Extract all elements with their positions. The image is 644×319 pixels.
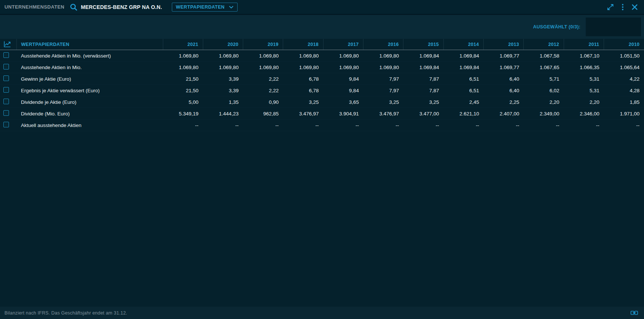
cell-value: 2.346,00 xyxy=(564,108,604,120)
row-checkbox[interactable] xyxy=(3,87,9,93)
expand-icon[interactable] xyxy=(607,3,614,11)
row-checkbox[interactable] xyxy=(3,122,9,127)
column-header-year[interactable]: 2014 xyxy=(443,39,483,50)
cell-value: 1.069,80 xyxy=(323,50,363,62)
cell-value: 6,78 xyxy=(283,85,323,96)
selection-toolbar: AUSGEWÄHLT (0/3): xyxy=(0,15,644,39)
row-label: Aktuell ausstehende Aktien xyxy=(16,120,163,131)
cell-value: 6,40 xyxy=(484,73,524,85)
cell-value: -- xyxy=(604,120,644,131)
cell-value: 3.904,91 xyxy=(323,108,363,120)
cell-value: 1.069,80 xyxy=(163,62,203,73)
selected-securities-slot xyxy=(586,18,641,36)
column-header-wertpapierdaten: WERTPAPIERDATEN xyxy=(16,39,163,50)
cell-value: -- xyxy=(403,120,443,131)
dataset-dropdown[interactable]: WERTPAPIERDATEN xyxy=(172,3,238,12)
cell-value: 6,51 xyxy=(443,85,483,96)
row-checkbox[interactable] xyxy=(3,99,9,104)
footer-bar: Bilanziert nach IFRS. Das Geschäftsjahr … xyxy=(0,307,644,319)
security-search-value[interactable]: MERCEDES-BENZ GRP NA O.N. xyxy=(81,4,162,10)
table-row: Dividende je Aktie (Euro)5,001,350,903,2… xyxy=(0,96,644,108)
cell-value: 1,85 xyxy=(604,96,644,108)
cell-value: -- xyxy=(283,120,323,131)
cell-value: 9,84 xyxy=(323,73,363,85)
cell-value: 6,40 xyxy=(484,85,524,96)
cell-value: 1.069,77 xyxy=(484,62,524,73)
cell-value: 3,25 xyxy=(363,96,403,108)
link-icon[interactable] xyxy=(631,310,638,315)
cell-value: 7,87 xyxy=(403,85,443,96)
column-header-year[interactable]: 2011 xyxy=(564,39,604,50)
cell-value: 1.069,80 xyxy=(203,62,243,73)
cell-value: 1.069,80 xyxy=(323,62,363,73)
column-header-year[interactable]: 2012 xyxy=(524,39,564,50)
cell-value: 1.444,23 xyxy=(203,108,243,120)
cell-value: 1.069,80 xyxy=(363,62,403,73)
column-header-year[interactable]: 2020 xyxy=(203,39,243,50)
cell-value: 2.407,00 xyxy=(484,108,524,120)
accounting-note: Bilanziert nach IFRS. Das Geschäftsjahr … xyxy=(4,310,127,316)
row-checkbox[interactable] xyxy=(3,52,9,58)
cell-value: 2,20 xyxy=(564,96,604,108)
cell-value: -- xyxy=(163,120,203,131)
cell-value: -- xyxy=(524,120,564,131)
cell-value: -- xyxy=(323,120,363,131)
column-header-year[interactable]: 2021 xyxy=(163,39,203,50)
column-header-year[interactable]: 2010 xyxy=(604,39,644,50)
kebab-menu-icon[interactable] xyxy=(622,3,624,11)
chart-column-header xyxy=(0,39,16,50)
cell-value: 1.069,84 xyxy=(403,50,443,62)
chevron-down-icon xyxy=(229,6,233,9)
cell-value: 1.067,58 xyxy=(524,50,564,62)
row-checkbox[interactable] xyxy=(3,75,9,81)
cell-value: 1.069,84 xyxy=(443,62,483,73)
column-header-year[interactable]: 2013 xyxy=(484,39,524,50)
cell-value: 5,71 xyxy=(524,73,564,85)
table-row: Ausstehende Aktien in Mio.1.069,801.069,… xyxy=(0,62,644,73)
cell-value: -- xyxy=(243,120,283,131)
row-checkbox[interactable] xyxy=(3,64,9,69)
row-checkbox[interactable] xyxy=(3,110,9,116)
cell-value: 1.069,80 xyxy=(283,62,323,73)
table-row: Ergebnis je Aktie verwässert (Euro)21,50… xyxy=(0,85,644,96)
cell-value: 1.067,65 xyxy=(524,62,564,73)
securities-data-table: WERTPAPIERDATEN 202120202019201820172016… xyxy=(0,39,644,131)
column-header-year[interactable]: 2017 xyxy=(323,39,363,50)
row-label: Dividende je Aktie (Euro) xyxy=(16,96,163,108)
cell-value: 1.069,80 xyxy=(243,50,283,62)
column-header-year[interactable]: 2016 xyxy=(363,39,403,50)
cell-value: 3.476,97 xyxy=(363,108,403,120)
table-row: Gewinn je Aktie (Euro)21,503,392,226,789… xyxy=(0,73,644,85)
cell-value: 4,22 xyxy=(604,73,644,85)
cell-value: 1.069,80 xyxy=(283,50,323,62)
table-row: Aktuell ausstehende Aktien--------------… xyxy=(0,120,644,131)
column-header-year[interactable]: 2018 xyxy=(283,39,323,50)
cell-value: 7,97 xyxy=(363,85,403,96)
cell-value: 3,65 xyxy=(323,96,363,108)
cell-value: -- xyxy=(203,120,243,131)
row-label: Dividende (Mio. Euro) xyxy=(16,108,163,120)
cell-value: 3,25 xyxy=(283,96,323,108)
cell-value: 1.051,50 xyxy=(604,50,644,62)
cell-value: 1.069,77 xyxy=(484,50,524,62)
trend-chart-icon xyxy=(3,41,11,48)
cell-value: 2,45 xyxy=(443,96,483,108)
column-header-year[interactable]: 2019 xyxy=(243,39,283,50)
cell-value: 3,25 xyxy=(403,96,443,108)
cell-value: 1.065,64 xyxy=(604,62,644,73)
search-icon[interactable] xyxy=(69,3,78,11)
cell-value: 2,22 xyxy=(243,73,283,85)
company-data-window: UNTERNEHMENSDATEN MERCEDES-BENZ GRP NA O… xyxy=(0,0,644,319)
close-icon[interactable] xyxy=(631,4,638,10)
cell-value: 5.349,19 xyxy=(163,108,203,120)
cell-value: 1.069,80 xyxy=(243,62,283,73)
cell-value: 1.069,80 xyxy=(363,50,403,62)
cell-value: 1.066,35 xyxy=(564,62,604,73)
column-header-year[interactable]: 2015 xyxy=(403,39,443,50)
window-controls xyxy=(607,3,640,11)
row-label: Ergebnis je Aktie verwässert (Euro) xyxy=(16,85,163,96)
checkbox-cell xyxy=(0,120,16,131)
cell-value: 6,51 xyxy=(443,73,483,85)
cell-value: -- xyxy=(564,120,604,131)
cell-value: 2.621,10 xyxy=(443,108,483,120)
